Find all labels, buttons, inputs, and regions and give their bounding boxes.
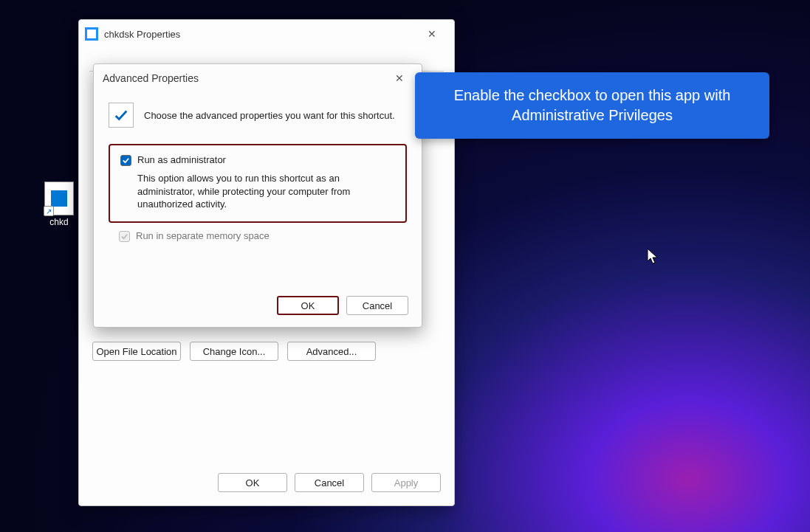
- advanced-dialog-buttons: OK Cancel: [277, 296, 408, 315]
- run-as-admin-description: This option allows you to run this short…: [137, 172, 381, 211]
- desktop-shortcut-chkdsk[interactable]: ↗ chkd: [42, 182, 76, 232]
- shortcut-action-buttons: Open File Location Change Icon... Advanc…: [92, 342, 376, 361]
- window-app-icon: [85, 27, 98, 41]
- svg-marker-1: [648, 249, 657, 263]
- change-icon-button[interactable]: Change Icon...: [190, 342, 278, 361]
- separate-memory-label: Run in separate memory space: [136, 230, 270, 241]
- advanced-ok-button[interactable]: OK: [277, 296, 339, 315]
- run-as-admin-label[interactable]: Run as administrator: [137, 154, 226, 165]
- advanced-intro-text: Choose the advanced properties you want …: [144, 110, 395, 121]
- properties-bottom-buttons: OK Cancel Apply: [218, 473, 441, 492]
- properties-apply-button: Apply: [371, 473, 441, 492]
- run-as-admin-highlight: Run as administrator This option allows …: [109, 144, 407, 223]
- advanced-titlebar[interactable]: Advanced Properties ✕: [94, 64, 422, 92]
- run-as-admin-checkbox[interactable]: [120, 155, 131, 166]
- advanced-button[interactable]: Advanced...: [287, 342, 376, 361]
- close-icon: ✕: [395, 72, 404, 84]
- properties-cancel-button[interactable]: Cancel: [295, 473, 364, 492]
- shortcut-file-icon: ↗: [44, 182, 74, 215]
- shortcut-label: chkd: [49, 217, 68, 227]
- properties-titlebar[interactable]: chkdsk Properties ✕: [79, 20, 454, 48]
- advanced-title: Advanced Properties: [103, 72, 199, 84]
- instruction-callout: Enable the checkbox to open this app wit…: [415, 72, 769, 139]
- close-icon: ✕: [428, 28, 436, 40]
- mouse-cursor-icon: [647, 248, 660, 266]
- shortcut-arrow-overlay-icon: ↗: [44, 206, 54, 216]
- properties-close-button[interactable]: ✕: [416, 24, 448, 44]
- advanced-close-button[interactable]: ✕: [383, 68, 416, 89]
- dialog-header-checkmark-icon: [109, 103, 134, 128]
- open-file-location-button[interactable]: Open File Location: [92, 342, 181, 361]
- properties-ok-button[interactable]: OK: [218, 473, 287, 492]
- callout-text: Enable the checkbox to open this app wit…: [430, 86, 755, 125]
- advanced-properties-dialog: Advanced Properties ✕ Choose the advance…: [93, 63, 422, 328]
- properties-title: chkdsk Properties: [104, 29, 180, 40]
- advanced-cancel-button[interactable]: Cancel: [346, 296, 408, 315]
- desktop-background: ↗ chkd chkdsk Properties ✕ Open File Loc…: [0, 0, 810, 532]
- separate-memory-checkbox: [119, 231, 130, 242]
